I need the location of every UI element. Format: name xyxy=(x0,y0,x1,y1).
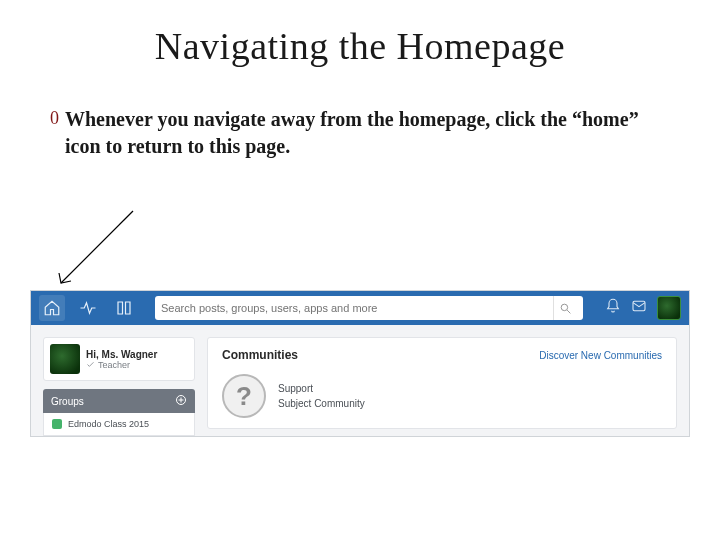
pointer-arrow xyxy=(55,205,145,295)
topbar-right xyxy=(605,296,681,320)
groups-header: Groups xyxy=(43,389,195,413)
sidebar: Hi, Ms. Wagner Teacher Groups Edmodo xyxy=(43,337,195,436)
check-icon xyxy=(86,360,95,369)
search-button[interactable] xyxy=(553,296,577,320)
svg-rect-3 xyxy=(633,301,645,310)
search-input[interactable] xyxy=(161,297,553,319)
community-line1[interactable]: Support xyxy=(278,381,365,396)
content-row: Hi, Ms. Wagner Teacher Groups Edmodo xyxy=(31,325,689,436)
user-card[interactable]: Hi, Ms. Wagner Teacher xyxy=(43,337,195,381)
user-role-label: Teacher xyxy=(98,360,130,370)
app-screenshot: Hi, Ms. Wagner Teacher Groups Edmodo xyxy=(30,290,690,437)
slide-title: Navigating the Homepage xyxy=(0,24,720,68)
add-group-button[interactable] xyxy=(175,394,187,408)
panel-title: Communities xyxy=(222,348,298,362)
discover-link[interactable]: Discover New Communities xyxy=(539,350,662,361)
community-row: ? Support Subject Community xyxy=(222,374,662,418)
topbar xyxy=(31,291,689,325)
user-greeting: Hi, Ms. Wagner xyxy=(86,349,157,360)
svg-line-0 xyxy=(61,211,133,283)
bullet-item: 0 Whenever you navigate away from the ho… xyxy=(50,106,670,160)
search-input-wrap xyxy=(155,296,583,320)
activity-icon[interactable] xyxy=(75,295,101,321)
svg-point-1 xyxy=(561,304,568,311)
group-label: Edmodo Class 2015 xyxy=(68,419,149,429)
user-role: Teacher xyxy=(86,360,157,370)
user-avatar xyxy=(50,344,80,374)
messages-icon[interactable] xyxy=(631,298,647,318)
community-line2[interactable]: Subject Community xyxy=(278,396,365,411)
question-icon: ? xyxy=(222,374,266,418)
bullet-number: 0 xyxy=(50,108,59,129)
groups-panel: Groups Edmodo Class 2015 xyxy=(43,389,195,436)
list-item[interactable]: Edmodo Class 2015 xyxy=(43,413,195,436)
svg-line-2 xyxy=(567,310,570,313)
groups-header-label: Groups xyxy=(51,396,84,407)
library-icon[interactable] xyxy=(111,295,137,321)
communities-panel: Communities Discover New Communities ? S… xyxy=(207,337,677,429)
bullet-text: Whenever you navigate away from the home… xyxy=(65,106,670,160)
home-icon[interactable] xyxy=(39,295,65,321)
group-color-dot xyxy=(52,419,62,429)
notifications-icon[interactable] xyxy=(605,298,621,318)
avatar[interactable] xyxy=(657,296,681,320)
